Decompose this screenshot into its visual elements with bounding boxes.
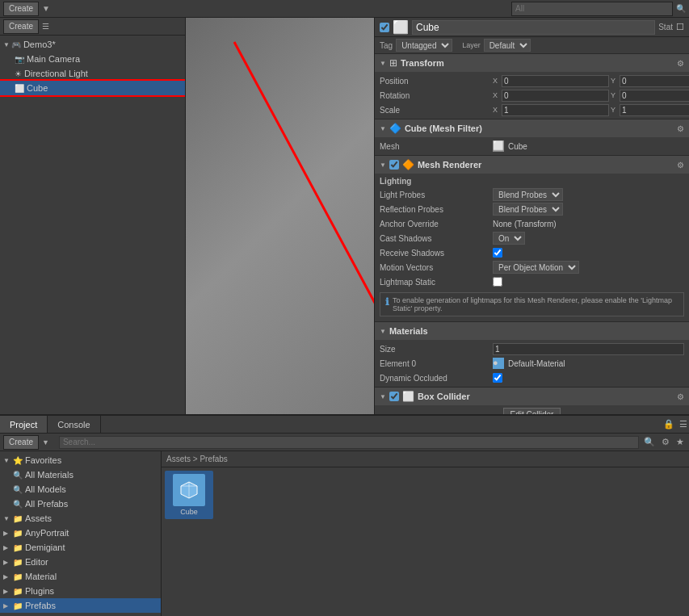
info-text: To enable generation of lightmaps for th… — [393, 296, 678, 312]
scale-y-input[interactable] — [620, 104, 689, 116]
position-row: Position X Y Z — [375, 73, 689, 88]
boxcollider-enabled-checkbox[interactable] — [389, 392, 399, 401]
dynamic-occluded-checkbox[interactable] — [493, 373, 502, 383]
position-x-input[interactable] — [502, 75, 609, 87]
hierarchy-label: Directional Light — [24, 69, 88, 78]
tree-anyportrait[interactable]: ▶ 📁 AnyPortrait — [0, 526, 161, 540]
search-icon[interactable]: 🔍 — [642, 437, 657, 447]
svg-line-1 — [234, 42, 374, 357]
mesh-label: Mesh — [380, 142, 493, 151]
boxcollider-menu-btn[interactable]: ⚙ — [677, 392, 684, 401]
hierarchy-item-main-camera[interactable]: 📷 Main Camera — [0, 52, 185, 66]
filter-icon[interactable]: ⚙ — [660, 437, 671, 447]
tree-assets[interactable]: ▼ 📁 Assets — [0, 511, 161, 526]
mesh-filter-header[interactable]: ▼ 🔷 Cube (Mesh Filter) ⚙ — [375, 119, 689, 137]
editor-arrow: ▶ — [3, 559, 11, 566]
mesh-renderer-header[interactable]: ▼ 🔶 Mesh Renderer ⚙ — [375, 156, 689, 174]
hierarchy-item-demo3[interactable]: ▼ 🎮 Demo3* — [0, 37, 185, 52]
transform-body: Position X Y Z — [375, 72, 689, 119]
search-all-models-icon: 🔍 — [13, 485, 23, 494]
rotation-x-field: X — [493, 90, 609, 102]
lightmap-static-checkbox[interactable] — [493, 277, 502, 287]
tree-favorites[interactable]: ▼ ⭐ Favorites — [0, 453, 161, 467]
materials-title: Materials — [389, 326, 684, 336]
rotation-y-field: Y — [611, 90, 689, 102]
meshrenderer-menu-btn[interactable]: ⚙ — [677, 161, 684, 170]
tree-material[interactable]: ▶ 📁 Material — [0, 569, 161, 584]
project-toolbar: Create ▼ 🔍 ⚙ ★ — [0, 434, 689, 451]
materials-size-input[interactable] — [493, 343, 684, 355]
materials-header[interactable]: ▼ Materials — [375, 322, 689, 340]
object-name-input[interactable] — [412, 20, 655, 35]
receive-shadows-checkbox[interactable] — [493, 248, 502, 258]
tag-select[interactable]: Untagged — [396, 39, 452, 52]
hierarchy-label-cube: Cube — [27, 83, 48, 93]
ry-label: Y — [611, 91, 619, 99]
star-icon[interactable]: ★ — [674, 437, 686, 447]
hierarchy-item-cube[interactable]: ⬜ Cube — [0, 81, 185, 95]
prefabs-label: Prefabs — [25, 601, 56, 610]
transform-header[interactable]: ▼ ⊞ Transform ⚙ — [375, 54, 689, 72]
sy-label: Y — [611, 106, 619, 114]
dynamic-occluded-label: Dynamic Occluded — [380, 374, 493, 383]
inspector-panel: ⬜ Stat ☐ Tag Untagged Layer Default ▼ ⊞ … — [374, 18, 689, 414]
object-enabled-checkbox[interactable] — [380, 23, 389, 32]
cube-asset-label: Cube — [180, 508, 198, 516]
materials-section: ▼ Materials Size Element 0 ● Default-Mat… — [375, 322, 689, 388]
rotation-y-input[interactable] — [620, 90, 689, 102]
light-probes-label: Light Probes — [380, 191, 493, 199]
create-button[interactable]: Create — [3, 2, 39, 16]
lock-icon[interactable]: 🔒 — [662, 419, 676, 430]
info-icon: ℹ — [385, 296, 389, 308]
meshrenderer-enabled-checkbox[interactable] — [389, 160, 399, 170]
cast-shadows-select[interactable]: On — [493, 232, 525, 245]
hierarchy-create-btn[interactable]: Create — [3, 19, 39, 34]
all-prefabs-label: All Prefabs — [25, 499, 68, 509]
tree-prefabs[interactable]: ▶ 📁 Prefabs — [0, 598, 161, 613]
transform-menu-btn[interactable]: ⚙ — [677, 59, 684, 68]
box-collider-header[interactable]: ▼ ⬜ Box Collider ⚙ — [375, 388, 689, 405]
favorites-arrow-icon: ▼ — [3, 457, 11, 464]
materials-arrow-icon: ▼ — [380, 328, 386, 335]
scene-background — [186, 18, 374, 414]
tab-project[interactable]: Project — [0, 416, 48, 433]
tree-editor[interactable]: ▶ 📁 Editor — [0, 555, 161, 569]
anyportrait-label: AnyPortrait — [25, 528, 69, 538]
tree-resources[interactable]: ▶ 📁 Resources — [0, 613, 161, 616]
tree-all-models[interactable]: 🔍 All Models — [0, 482, 161, 497]
reflection-probes-select[interactable]: Blend Probes — [493, 203, 563, 216]
tab-console[interactable]: Console — [48, 416, 100, 433]
tree-plugins[interactable]: ▶ 📁 Plugins — [0, 584, 161, 598]
edit-collider-button[interactable]: Edit Collider — [503, 408, 561, 414]
search-input[interactable] — [511, 2, 673, 16]
motion-vectors-select[interactable]: Per Object Motion — [493, 261, 579, 274]
hierarchy-item-directional-light[interactable]: ☀ Directional Light — [0, 66, 185, 81]
meshfilter-menu-btn[interactable]: ⚙ — [677, 124, 684, 133]
scale-x-input[interactable] — [502, 104, 609, 116]
scale-label: Scale — [380, 106, 493, 115]
motion-vectors-label: Motion Vectors — [380, 263, 493, 272]
layer-select[interactable]: Default — [484, 39, 531, 52]
project-search-input[interactable] — [59, 436, 639, 449]
position-y-input[interactable] — [620, 75, 689, 87]
rotation-x-input[interactable] — [502, 90, 609, 102]
hierarchy-content: ▼ 🎮 Demo3* 📷 Main Camera ☀ Directional L… — [0, 36, 185, 414]
more-icon[interactable]: ☰ — [678, 419, 689, 430]
project-create-btn[interactable]: Create — [3, 435, 39, 450]
assets-main-area: Assets > Prefabs Cube — [162, 451, 689, 616]
tree-demigiant[interactable]: ▶ 📁 Demigiant — [0, 540, 161, 555]
mesh-row: Mesh ⬜ Cube — [375, 139, 689, 153]
meshfilter-arrow-icon: ▼ — [380, 125, 386, 132]
asset-item-cube[interactable]: Cube — [165, 471, 213, 519]
expand-icon: ☰ — [42, 22, 49, 31]
sx-label: X — [493, 106, 501, 114]
reflection-probes-row: Reflection Probes Blend Probes — [375, 202, 689, 216]
position-label: Position — [380, 77, 493, 86]
motion-vectors-row: Motion Vectors Per Object Motion — [375, 260, 689, 274]
motion-vectors-value: Per Object Motion — [493, 261, 684, 274]
materials-size-label: Size — [380, 345, 493, 354]
prefabs-folder-icon: 📁 — [13, 601, 23, 610]
tree-all-materials[interactable]: 🔍 All Materials — [0, 467, 161, 482]
light-probes-select[interactable]: Blend Probes — [493, 188, 563, 201]
tree-all-prefabs[interactable]: 🔍 All Prefabs — [0, 497, 161, 511]
